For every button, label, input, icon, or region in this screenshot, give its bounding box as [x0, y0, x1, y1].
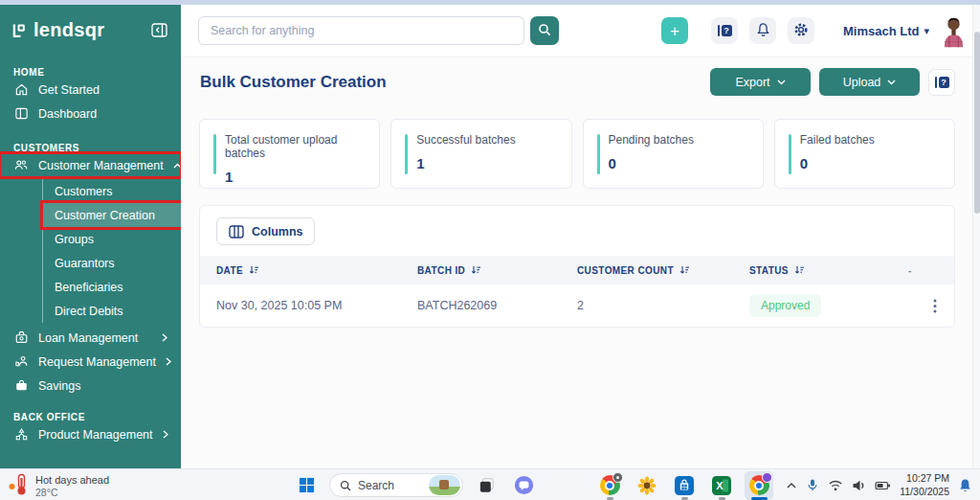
batches-table-card: Columns DATE BATCH ID CUSTOMER COUNT STA…: [199, 205, 955, 328]
chevron-down-icon: [887, 80, 896, 85]
stat-accent-bar: [213, 134, 216, 174]
columns-button[interactable]: Columns: [216, 217, 315, 245]
sidebar-collapse-icon[interactable]: [151, 23, 167, 37]
search-icon: [538, 23, 551, 39]
add-button[interactable]: +: [661, 17, 688, 44]
kebab-icon: [933, 299, 937, 313]
search-input[interactable]: [198, 16, 524, 45]
sidebar-item-label: Savings: [38, 379, 80, 393]
org-name: Mimsach Ltd: [843, 24, 919, 38]
sidebar-item-label: Customer Management: [38, 159, 164, 172]
topbar: + ? Mimsach Ltd ▾: [181, 5, 980, 57]
sidebar-item-label: Loan Management: [38, 331, 138, 345]
columns-icon: [229, 225, 244, 239]
stat-value: 1: [225, 169, 379, 185]
sidebar-item-dashboard[interactable]: Dashboard: [0, 102, 181, 125]
windows-taskbar: Hot days ahead 28°C Search: [0, 468, 980, 500]
sidebar-item-customer-management[interactable]: Customer Management: [0, 153, 181, 177]
sidebar: lendsqr HOME Get Started Dashboard CUSTO…: [0, 5, 181, 468]
chrome-active-app-button[interactable]: [745, 471, 773, 500]
upload-button[interactable]: Upload: [819, 68, 920, 96]
home-icon: [13, 82, 29, 97]
battery-icon[interactable]: [875, 480, 891, 491]
sort-icon: [249, 265, 259, 275]
topbar-right: + ? Mimsach Ltd ▾: [661, 13, 980, 48]
table-row[interactable]: Nov 30, 2025 10:05 PM BATCH262069 2 Appr…: [200, 284, 954, 327]
column-header-date[interactable]: DATE: [216, 265, 417, 276]
docs-icon: ?: [935, 77, 949, 88]
microsoft-store-icon: [675, 476, 694, 495]
sidebar-subitem-direct-debits[interactable]: Direct Debits: [43, 299, 181, 323]
stat-label: Failed batches: [800, 133, 954, 147]
sidebar-item-get-started[interactable]: Get Started: [0, 78, 181, 102]
weather-thermometer-icon: [8, 472, 29, 500]
sort-icon: [679, 265, 690, 275]
columns-label: Columns: [252, 225, 302, 239]
sort-icon: [471, 265, 481, 275]
sidebar-subitem-label: Customers: [55, 185, 112, 198]
column-header-customer-count[interactable]: CUSTOMER COUNT: [577, 265, 749, 276]
wifi-icon[interactable]: [828, 479, 843, 491]
notifications-button[interactable]: [749, 17, 776, 44]
excel-app-button[interactable]: X: [707, 471, 736, 500]
sidebar-subitem-customers[interactable]: Customers: [43, 179, 181, 203]
row-menu-button[interactable]: [929, 295, 941, 317]
microsoft-store-button[interactable]: [670, 471, 699, 500]
clock-time: 10:27 PM: [900, 472, 949, 485]
table-header-row: DATE BATCH ID CUSTOMER COUNT STATUS -: [200, 256, 954, 284]
sidebar-subitem-groups[interactable]: Groups: [43, 227, 181, 251]
export-button[interactable]: Export: [710, 68, 811, 96]
stat-value: 1: [416, 155, 570, 171]
taskbar-weather-widget[interactable]: Hot days ahead 28°C: [8, 472, 109, 500]
notification-bell-icon[interactable]: [958, 478, 972, 493]
weather-text: Hot days ahead 28°C: [35, 474, 109, 498]
sunflower-app-button[interactable]: [633, 471, 661, 500]
tray-chevron-up-icon[interactable]: [786, 482, 797, 489]
savings-icon: [13, 378, 29, 393]
sidebar-subitem-beneficiaries[interactable]: Beneficiaries: [43, 275, 181, 299]
column-header-batch-id[interactable]: BATCH ID: [417, 265, 577, 276]
sidebar-item-label: Dashboard: [38, 107, 97, 121]
docs-button[interactable]: ?: [711, 17, 738, 44]
chevron-right-icon: [166, 357, 171, 366]
sidebar-item-savings[interactable]: Savings: [0, 374, 181, 398]
sidebar-subitem-guarantors[interactable]: Guarantors: [43, 251, 181, 275]
sidebar-item-label: Get Started: [38, 83, 100, 97]
stat-value: 0: [800, 155, 954, 171]
browser-scrollbar[interactable]: [972, 5, 980, 468]
stat-card-pending-batches: Pending batches 0: [583, 119, 764, 189]
sidebar-subitem-customer-creation[interactable]: Customer Creation: [43, 203, 181, 227]
microphone-icon[interactable]: [806, 478, 819, 492]
chrome-settings-app-button[interactable]: [595, 471, 624, 500]
sort-icon: [794, 265, 805, 275]
org-menu[interactable]: Mimsach Ltd ▾: [843, 24, 929, 38]
sidebar-subitem-label: Guarantors: [55, 257, 115, 270]
taskbar-clock[interactable]: 10:27 PM 11/30/2025: [900, 472, 949, 497]
system-tray: 10:27 PM 11/30/2025: [786, 469, 972, 500]
taskbar-search-box[interactable]: Search: [329, 473, 463, 497]
settings-button[interactable]: [788, 17, 814, 44]
task-view-button[interactable]: [472, 471, 501, 500]
column-header-status[interactable]: STATUS: [749, 265, 908, 276]
sidebar-subitem-label: Groups: [55, 233, 94, 246]
sidebar-item-request-management[interactable]: Request Management: [0, 350, 181, 374]
screen: lendsqr HOME Get Started Dashboard CUSTO…: [0, 0, 980, 500]
sidebar-item-loan-management[interactable]: Loan Management: [0, 326, 181, 350]
start-button[interactable]: [292, 471, 321, 500]
chat-app-button[interactable]: [509, 471, 538, 500]
chevron-down-icon: ▾: [924, 25, 929, 37]
main-content: Bulk Customer Creation Export Upload ? T…: [181, 58, 980, 468]
docs-icon: ?: [718, 25, 732, 36]
scrollbar-thumb[interactable]: [974, 32, 980, 214]
search-button[interactable]: [530, 16, 559, 45]
users-icon: [13, 158, 29, 172]
sidebar-item-product-management[interactable]: Product Management: [0, 422, 181, 446]
page-title: Bulk Customer Creation: [200, 73, 387, 92]
volume-icon[interactable]: [852, 479, 866, 492]
avatar[interactable]: [941, 13, 967, 48]
cell-date: Nov 30, 2025 10:05 PM: [216, 299, 417, 312]
page-help-button[interactable]: ?: [928, 69, 955, 96]
stat-card-total-batches: Total customer upload batches 1: [199, 119, 380, 189]
profile-badge: [762, 472, 772, 483]
taskbar-search-label: Search: [358, 479, 422, 492]
